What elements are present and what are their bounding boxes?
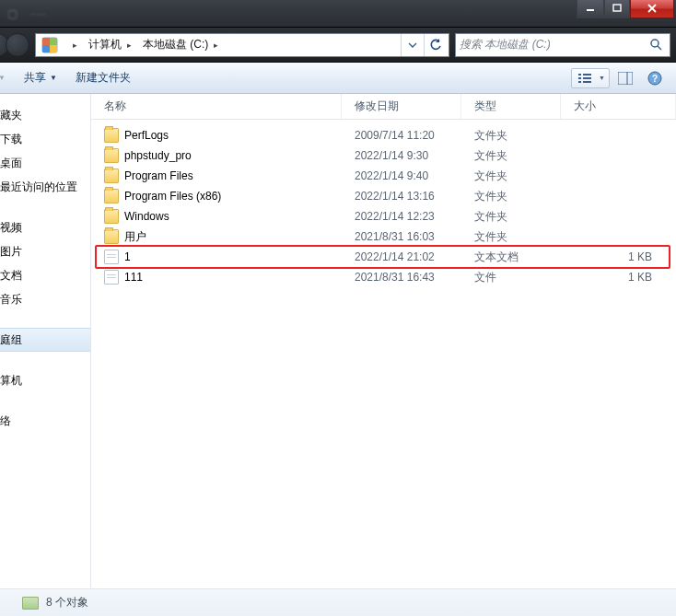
nav-item[interactable]: 最近访问的位置	[0, 175, 90, 199]
folder-icon	[104, 128, 119, 143]
file-type: 文件夹	[461, 169, 561, 184]
refresh-button[interactable]	[425, 34, 447, 56]
file-type: 文件夹	[461, 209, 561, 225]
toolbar: ▼ 共享 ▼ 新建文件夹 ?	[0, 63, 676, 94]
breadcrumb-label: 计算机	[88, 37, 122, 52]
toolbar-label: 共享	[24, 70, 46, 86]
file-type: 文件夹	[461, 229, 561, 245]
breadcrumb-segment[interactable]: 本地磁盘 (C:)▸	[137, 34, 224, 56]
file-type: 文件夹	[461, 128, 561, 144]
svg-rect-15	[618, 72, 633, 85]
file-name: 111	[124, 271, 143, 284]
file-name: PerfLogs	[124, 129, 169, 142]
file-row[interactable]: 12022/1/14 21:02文本文档1 KB	[91, 247, 676, 267]
file-name: Windows	[124, 210, 169, 223]
file-row[interactable]: Windows2022/1/14 12:23文件夹	[91, 206, 676, 227]
breadcrumb-segment[interactable]: 计算机▸	[83, 34, 137, 56]
navigation-pane[interactable]: 藏夹下载桌面最近访问的位置 视频图片文档音乐 庭组 算机 络	[0, 94, 91, 588]
forward-button[interactable]	[6, 33, 29, 57]
help-icon: ?	[647, 71, 662, 86]
file-row[interactable]: phpstudy_pro2022/1/14 9:30文件夹	[91, 145, 676, 166]
folder-icon	[104, 169, 119, 183]
file-date: 2009/7/14 11:20	[342, 129, 461, 142]
nav-item[interactable]: 图片	[0, 239, 90, 263]
file-icon	[104, 250, 119, 264]
svg-rect-12	[583, 77, 591, 79]
file-date: 2021/8/31 16:43	[342, 271, 461, 284]
folder-icon	[104, 229, 119, 244]
svg-rect-1	[613, 5, 621, 11]
address-history-dropdown[interactable]	[402, 34, 424, 56]
column-header-size[interactable]: 大小	[561, 94, 676, 119]
search-icon	[649, 38, 664, 52]
nav-item[interactable]: 算机	[0, 368, 90, 392]
nav-item[interactable]: 庭组	[0, 328, 90, 352]
column-header-type[interactable]: 类型	[461, 94, 561, 119]
svg-rect-14	[583, 81, 591, 83]
file-type: 文件夹	[461, 189, 561, 204]
column-header-date[interactable]: 修改日期	[342, 94, 461, 119]
breadcrumb-segment[interactable]: ▸	[62, 34, 83, 56]
file-type: 文件	[461, 270, 561, 285]
svg-rect-5	[42, 45, 50, 52]
window-buttons	[577, 0, 674, 18]
list-view-icon	[578, 73, 591, 84]
nav-item[interactable]: 音乐	[0, 287, 90, 311]
new-folder-button[interactable]: 新建文件夹	[66, 63, 140, 93]
file-date: 2022/1/14 13:16	[342, 190, 461, 203]
svg-point-7	[651, 40, 659, 47]
svg-rect-4	[50, 38, 57, 45]
nav-item[interactable]: 下载	[0, 127, 90, 151]
search-input[interactable]: 搜索 本地磁盘 (C:)	[455, 33, 670, 57]
maximize-button[interactable]	[604, 0, 630, 18]
address-bar[interactable]: ▸ 计算机▸ 本地磁盘 (C:)▸	[35, 33, 449, 57]
search-placeholder: 搜索 本地磁盘 (C:)	[460, 37, 551, 52]
file-row[interactable]: Program Files (x86)2022/1/14 13:16文件夹	[91, 186, 676, 206]
minimize-button[interactable]	[577, 0, 604, 18]
organize-dropdown[interactable]: ▼	[0, 63, 15, 93]
svg-rect-3	[42, 38, 50, 45]
folder-icon	[104, 189, 119, 203]
window-titlebar: ▢·····	[0, 0, 676, 28]
file-row[interactable]: Program Files2022/1/14 9:40文件夹	[91, 166, 676, 186]
status-text: 8 个对象	[46, 595, 88, 610]
column-header-name[interactable]: 名称	[91, 94, 342, 119]
preview-pane-button[interactable]	[612, 68, 639, 88]
share-button[interactable]: 共享 ▼	[15, 63, 66, 93]
nav-item[interactable]: 视频	[0, 215, 90, 239]
svg-rect-10	[583, 74, 591, 76]
nav-back-forward	[0, 33, 29, 57]
address-bar-row: ▸ 计算机▸ 本地磁盘 (C:)▸ 搜索 本地磁盘 (C:)	[0, 28, 676, 63]
nav-item[interactable]: 桌面	[0, 151, 90, 175]
svg-rect-13	[578, 81, 581, 83]
file-type: 文本文档	[461, 250, 561, 265]
main-area: 藏夹下载桌面最近访问的位置 视频图片文档音乐 庭组 算机 络 名称 修改日期 类…	[0, 94, 676, 588]
file-row[interactable]: 用户2021/8/31 16:03文件夹	[91, 227, 676, 247]
file-name: 用户	[124, 229, 146, 245]
drive-icon	[41, 37, 58, 53]
file-size: 1 KB	[561, 271, 676, 284]
toolbar-label: 新建文件夹	[76, 70, 131, 86]
nav-item[interactable]: 藏夹	[0, 103, 90, 127]
help-button[interactable]: ?	[641, 68, 669, 88]
view-mode-button[interactable]	[571, 68, 610, 88]
nav-item[interactable]: 文档	[0, 263, 90, 287]
preview-pane-icon	[618, 72, 633, 85]
file-row[interactable]: 1112021/8/31 16:43文件1 KB	[91, 267, 676, 287]
titlebar-left-blur: ▢·····	[0, 0, 46, 28]
file-row[interactable]: PerfLogs2009/7/14 11:20文件夹	[91, 125, 676, 145]
file-date: 2022/1/14 9:40	[342, 169, 461, 182]
address-right-controls	[401, 34, 447, 56]
breadcrumb-label: 本地磁盘 (C:)	[143, 37, 208, 52]
nav-item[interactable]: 络	[0, 409, 90, 433]
close-button[interactable]	[630, 0, 674, 18]
file-size: 1 KB	[561, 250, 676, 263]
column-headers: 名称 修改日期 类型 大小	[91, 94, 676, 120]
file-type: 文件夹	[461, 148, 561, 164]
file-date: 2022/1/14 9:30	[342, 149, 461, 162]
file-name: 1	[124, 250, 131, 263]
folder-icon	[104, 209, 119, 224]
file-list-pane: 名称 修改日期 类型 大小 PerfLogs2009/7/14 11:20文件夹…	[91, 94, 676, 588]
svg-rect-6	[50, 45, 57, 52]
svg-text:?: ?	[652, 74, 658, 84]
